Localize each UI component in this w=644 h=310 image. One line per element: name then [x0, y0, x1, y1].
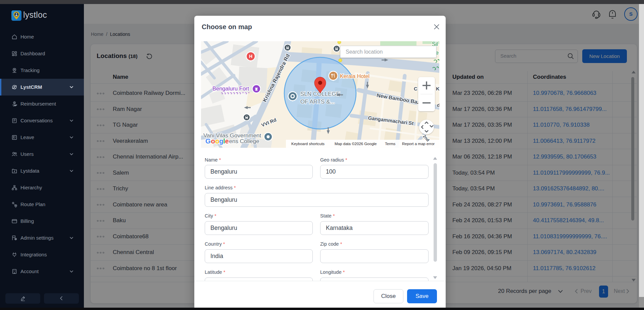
svg-text:OF ARTS &...: OF ARTS &...: [300, 99, 335, 105]
svg-text:Report a map error: Report a map error: [402, 142, 435, 146]
svg-text:Bengaluru Fort: Bengaluru Fort: [212, 85, 249, 91]
svg-text:Kerala Hotel: Kerala Hotel: [340, 73, 369, 79]
svg-text:e: e: [225, 137, 229, 145]
svg-text:d: d: [437, 102, 439, 108]
svg-text:Keyboard shortcuts: Keyboard shortcuts: [291, 142, 325, 146]
svg-text:Search location: Search location: [346, 49, 383, 55]
svg-text:Kl: Kl: [436, 86, 439, 91]
svg-text:g: g: [219, 137, 224, 145]
svg-text:G: G: [205, 137, 211, 145]
svg-text:o: o: [211, 137, 215, 145]
svg-text:o: o: [215, 137, 219, 145]
svg-text:Map data ©2026 Google: Map data ©2026 Google: [335, 142, 377, 146]
svg-text:H: H: [249, 54, 252, 59]
svg-text:C: C: [414, 86, 417, 91]
svg-text:Terms: Terms: [385, 142, 396, 146]
